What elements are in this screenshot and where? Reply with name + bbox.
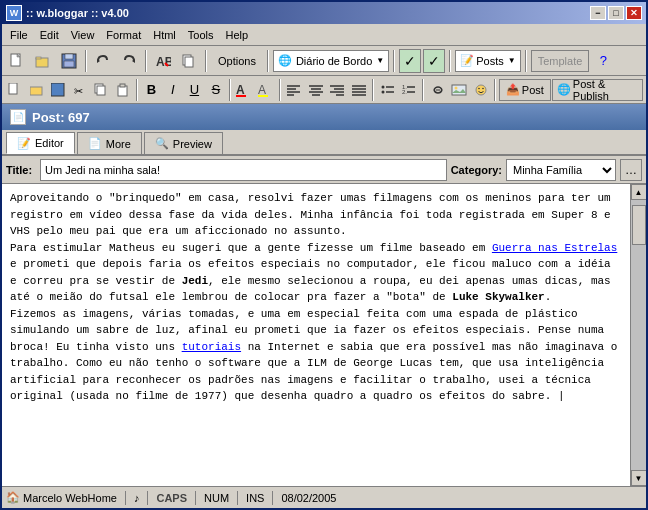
menu-tools[interactable]: Tools: [182, 27, 220, 43]
tab-more[interactable]: 📄 More: [77, 132, 142, 154]
font-color-button[interactable]: A: [234, 79, 255, 101]
posts-dropdown[interactable]: 📝 Posts ▼: [455, 50, 520, 72]
vertical-scrollbar[interactable]: ▲ ▼: [630, 184, 646, 486]
posts-icon: 📝: [460, 54, 474, 67]
align-justify-button[interactable]: [349, 79, 370, 101]
posts-label: Posts: [476, 55, 504, 67]
minimize-button[interactable]: −: [590, 6, 606, 20]
menu-file[interactable]: File: [4, 27, 34, 43]
blog-dropdown-icon: 🌐: [278, 54, 292, 67]
redo-button[interactable]: [117, 49, 141, 73]
fmt-new[interactable]: [5, 79, 26, 101]
tab-preview[interactable]: 🔍 Preview: [144, 132, 223, 154]
fmt-sep-3: [279, 79, 281, 101]
menu-help[interactable]: Help: [220, 27, 255, 43]
svg-text:✂: ✂: [74, 85, 83, 97]
category-extra-button[interactable]: …: [620, 159, 642, 181]
post-header-title: Post: 697: [32, 110, 90, 125]
svg-point-40: [381, 85, 384, 88]
status-music: ♪: [134, 492, 140, 504]
category-select[interactable]: Minha Família: [506, 159, 616, 181]
tab-preview-icon: 🔍: [155, 137, 169, 150]
help-button[interactable]: ?: [591, 49, 615, 73]
blog-dropdown[interactable]: 🌐 Diário de Bordo ▼: [273, 50, 389, 72]
spellcheck-button[interactable]: AB: [151, 49, 175, 73]
scroll-up-arrow[interactable]: ▲: [631, 184, 647, 200]
align-left-button[interactable]: [284, 79, 305, 101]
open-button[interactable]: [31, 49, 55, 73]
toolbar-sep-3: [205, 50, 207, 72]
fmt-copy[interactable]: [91, 79, 112, 101]
link-button[interactable]: [427, 79, 448, 101]
ordered-list-button[interactable]: 1.2.: [399, 79, 420, 101]
svg-point-51: [476, 85, 486, 95]
title-input[interactable]: [40, 159, 447, 181]
menu-format[interactable]: Format: [100, 27, 147, 43]
close-button[interactable]: ✕: [626, 6, 642, 20]
status-sep-2: [147, 491, 148, 505]
app-icon-letter: W: [10, 8, 19, 18]
menu-html[interactable]: Html: [147, 27, 182, 43]
fmt-open[interactable]: [27, 79, 48, 101]
template-button[interactable]: Template: [531, 50, 590, 72]
post-header-bar: 📄 Post: 697: [2, 104, 646, 130]
fmt-save[interactable]: [48, 79, 69, 101]
check2-button[interactable]: ✓: [423, 49, 445, 73]
align-center-button[interactable]: [306, 79, 327, 101]
svg-rect-21: [236, 95, 246, 97]
status-ins: INS: [246, 492, 264, 504]
image-button[interactable]: [449, 79, 470, 101]
underline-button[interactable]: U: [184, 79, 205, 101]
status-user: 🏠 Marcelo WebHome: [6, 491, 117, 504]
svg-rect-12: [9, 83, 17, 94]
scroll-track[interactable]: [631, 200, 646, 470]
format-toolbar: ✂ B I U S A A: [2, 76, 646, 104]
strikethrough-button[interactable]: S: [206, 79, 227, 101]
bg-color-button[interactable]: A: [256, 79, 277, 101]
undo-button[interactable]: [91, 49, 115, 73]
svg-rect-5: [65, 54, 73, 59]
tab-editor[interactable]: 📝 Editor: [6, 132, 75, 154]
fmt-sep-1: [136, 79, 138, 101]
status-sep-1: [125, 491, 126, 505]
save-button[interactable]: [57, 49, 81, 73]
app-icon: W: [6, 5, 22, 21]
post-button[interactable]: 📤 Post: [499, 79, 551, 101]
smiley-button[interactable]: [470, 79, 491, 101]
new-button[interactable]: [5, 49, 29, 73]
blog-dropdown-label: Diário de Bordo: [296, 55, 372, 67]
menu-edit[interactable]: Edit: [34, 27, 65, 43]
blog-dropdown-arrow: ▼: [376, 56, 384, 65]
toolbar-sep-6: [449, 50, 451, 72]
post-publish-button[interactable]: 🌐 Post & Publish: [552, 79, 643, 101]
window-title: :: w.bloggar :: v4.00: [26, 7, 590, 19]
svg-text:2.: 2.: [402, 89, 407, 95]
fmt-paste[interactable]: [113, 79, 134, 101]
menu-view[interactable]: View: [65, 27, 101, 43]
align-right-button[interactable]: [327, 79, 348, 101]
scroll-down-arrow[interactable]: ▼: [631, 470, 647, 486]
svg-text:AB: AB: [156, 55, 171, 69]
status-num: NUM: [204, 492, 229, 504]
svg-rect-49: [452, 85, 466, 95]
italic-button[interactable]: I: [163, 79, 184, 101]
title-row: Title: Category: Minha Família …: [2, 156, 646, 184]
status-user-icon: 🏠: [6, 491, 20, 504]
toolbar-sep-4: [267, 50, 269, 72]
copy-format-button[interactable]: [177, 49, 201, 73]
unordered-list-button[interactable]: [377, 79, 398, 101]
bold-button[interactable]: B: [141, 79, 162, 101]
fmt-cut[interactable]: ✂: [70, 79, 91, 101]
scroll-thumb[interactable]: [632, 205, 646, 245]
options-button[interactable]: Options: [211, 49, 263, 73]
status-sep-4: [237, 491, 238, 505]
maximize-button[interactable]: □: [608, 6, 624, 20]
svg-rect-3: [36, 57, 41, 59]
toolbar-sep-7: [525, 50, 527, 72]
editor-content[interactable]: Aproveitando o "brinquedo" em casa, reso…: [2, 184, 630, 486]
check-button[interactable]: ✓: [399, 49, 421, 73]
post-label: Post: [522, 84, 544, 96]
tab-more-icon: 📄: [88, 137, 102, 150]
category-label: Category:: [451, 164, 502, 176]
svg-point-42: [381, 90, 384, 93]
